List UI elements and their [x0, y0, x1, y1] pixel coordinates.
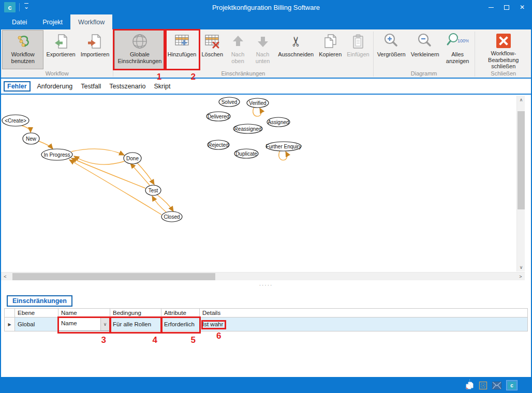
ribbon-button-workflow-bearbeitung-schlie-en[interactable]: Workflow-Bearbeitung schließen [476, 30, 531, 69]
scroll-left-icon[interactable]: < [1, 273, 9, 281]
workflow-node-create[interactable]: <Create> [2, 115, 29, 126]
workflow-node-new[interactable]: New [23, 133, 39, 144]
maximize-button[interactable] [499, 0, 514, 14]
svg-text:Further Enquiry: Further Enquiry [266, 144, 302, 149]
ribbon-button-label: Nach oben [228, 51, 247, 64]
workflow-node-rejected[interactable]: Rejected [208, 140, 229, 149]
ribbon-group-label: Einschränkungen [114, 70, 372, 78]
close-button[interactable]: ✕ [514, 0, 530, 14]
workflow-node-delivered[interactable]: Delivered [206, 112, 230, 121]
vertical-scroll-thumb[interactable] [518, 111, 525, 209]
doc-tab-fehler[interactable]: Fehler [4, 81, 31, 92]
edge-test-to-closed [157, 195, 173, 211]
ribbon: Workflow benutzenExportierenImportierenW… [0, 29, 532, 79]
status-icons: c [465, 380, 518, 390]
doc-tab-skript[interactable]: Skript [150, 81, 174, 92]
ribbon-button-label: Löschen [201, 51, 223, 58]
svg-text:Rejected: Rejected [208, 142, 228, 148]
column-header-attribute[interactable]: Attribute [161, 309, 200, 318]
column-header-name[interactable]: Name [58, 309, 110, 318]
ribbon-button-ausschneiden[interactable]: ✂Ausschneiden [275, 30, 316, 69]
cell-attribute[interactable]: Erforderlich [161, 318, 200, 331]
workflow-node-closed[interactable]: Closed [161, 211, 182, 222]
app-badge[interactable]: c [506, 380, 518, 390]
svg-text:100%: 100% [457, 38, 469, 43]
cell-name[interactable]: Name∨ [58, 318, 110, 331]
cell-details[interactable]: Ist wahr [200, 318, 528, 331]
vertical-scrollbar[interactable]: ∧ ∨ [516, 96, 525, 271]
svg-text:Verified: Verified [249, 100, 266, 106]
workflow-diagram-area: <Create>NewIn ProgressDoneTestClosedSolv… [1, 95, 531, 282]
row-selector-header[interactable] [5, 309, 15, 318]
column-header-details[interactable]: Details [200, 309, 528, 318]
column-header-ebene[interactable]: Ebene [15, 309, 58, 318]
zoom-100-icon: 100% [446, 32, 469, 51]
ribbon-button-label: Vergrößern [377, 51, 406, 58]
table-delete-icon [203, 32, 221, 51]
workflow-node-done[interactable]: Done [124, 153, 141, 164]
ribbon-button-label: Hinzufügen [168, 51, 197, 58]
menu-tab-workflow[interactable]: Workflow [70, 14, 112, 29]
doc-tab-testszenario[interactable]: Testszenario [106, 81, 149, 92]
ribbon-button-globale-einschr-nkungen[interactable]: Globale Einschränkungen [114, 30, 165, 69]
ribbon-button-workflow-benutzen[interactable]: Workflow benutzen [2, 30, 43, 69]
ribbon-button-label: Ausschneiden [278, 51, 314, 58]
horizontal-scrollbar[interactable]: < > [1, 272, 525, 280]
splitter-grip[interactable]: ····· [259, 284, 273, 286]
svg-text:Done: Done [126, 156, 139, 161]
edge-inprogress-to-done [71, 149, 124, 155]
workflow-node-further_enquiry[interactable]: Further Enquiry [266, 142, 302, 151]
chevron-down-icon[interactable]: ∨ [100, 318, 109, 330]
ribbon-button-label: Workflow-Bearbeitung schließen [479, 50, 528, 70]
scroll-right-icon[interactable]: > [516, 273, 525, 281]
column-header-bedingung[interactable]: Bedingung [110, 309, 161, 318]
row-selector[interactable]: ▶ [5, 318, 15, 331]
mail-icon[interactable] [492, 382, 501, 389]
zoom-in-icon [382, 32, 401, 51]
ribbon-button-label: Verkleinern [411, 51, 439, 58]
scroll-down-icon[interactable]: ∨ [517, 263, 525, 271]
doc-tab-testfall[interactable]: Testfall [77, 81, 105, 92]
workflow-node-assigned[interactable]: Assigned [267, 117, 290, 127]
svg-text:New: New [26, 136, 37, 142]
workflow-node-verified[interactable]: Verified [247, 98, 269, 108]
grid-icon[interactable] [479, 381, 487, 390]
doc-tab-anforderung[interactable]: Anforderung [34, 81, 77, 92]
edge-create-to-new [22, 126, 31, 132]
cell-ebene[interactable]: Global [15, 318, 58, 331]
ribbon-button-label: Nach unten [253, 51, 273, 64]
paste-icon [349, 32, 367, 51]
workflow-node-test[interactable]: Test [145, 185, 161, 195]
name-combobox[interactable]: Name∨ [58, 318, 110, 331]
svg-text:<Create>: <Create> [5, 118, 26, 124]
ribbon-button-verkleinern[interactable]: Verkleinern [408, 30, 442, 69]
panel-splitter[interactable]: ····· [0, 282, 532, 289]
status-bar: c [0, 377, 532, 393]
import-icon [86, 32, 104, 51]
tab-einschraenkungen[interactable]: Einschränkungen [7, 295, 72, 307]
ribbon-button-hinzuf-gen[interactable]: Hinzufügen [165, 30, 199, 69]
globe-icon [130, 32, 149, 51]
ribbon-button-kopieren[interactable]: Kopieren [316, 30, 344, 69]
arrow-up-icon [229, 32, 247, 51]
workflow-node-inprogress[interactable]: In Progress [41, 149, 72, 160]
ribbon-button-alles-anzeigen[interactable]: 100%Alles anzeigen [442, 30, 474, 69]
horizontal-scroll-thumb[interactable] [12, 273, 215, 280]
scroll-up-icon[interactable]: ∧ [517, 96, 525, 104]
pages-icon[interactable] [465, 381, 474, 390]
cell-bedingung[interactable]: Für alle Rollen [110, 318, 161, 331]
ribbon-button-vergr-ern[interactable]: Vergrößern [375, 30, 408, 69]
combobox-value: Name [59, 318, 100, 330]
ribbon-button-l-schen[interactable]: Löschen [199, 30, 226, 69]
ribbon-button-importieren[interactable]: Importieren [78, 30, 112, 69]
ribbon-button-label: Exportieren [46, 51, 75, 58]
workflow-node-reassigned[interactable]: Reassigned [233, 124, 262, 133]
ribbon-button-exportieren[interactable]: Exportieren [43, 30, 78, 69]
constraints-panel: Einschränkungen EbeneNameBedingungAttrib… [0, 289, 532, 377]
menu-tab-datei[interactable]: Datei [4, 14, 35, 29]
workflow-node-solved[interactable]: Solved [219, 97, 240, 107]
svg-text:Reassigned: Reassigned [234, 126, 262, 132]
menu-tab-projekt[interactable]: Projekt [35, 14, 70, 29]
workflow-node-duplicate[interactable]: Duplicate [234, 149, 258, 158]
minimize-button[interactable] [483, 0, 499, 14]
